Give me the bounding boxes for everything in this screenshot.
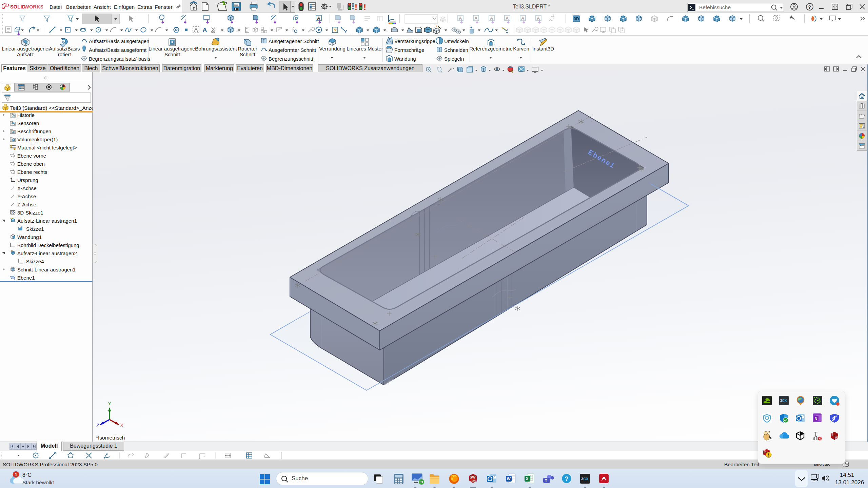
svg-text:Stark bewölkt: Stark bewölkt: [22, 480, 54, 485]
svg-text:?: ?: [565, 475, 569, 482]
svg-text:!: !: [768, 452, 769, 458]
svg-text:A: A: [202, 26, 207, 34]
svg-text:3D: 3D: [574, 17, 579, 21]
svg-text:*Isometrisch: *Isometrisch: [96, 435, 125, 441]
svg-text:W: W: [835, 435, 838, 439]
svg-text:N: N: [815, 416, 817, 421]
svg-text:3CX: 3CX: [780, 399, 787, 403]
svg-text:WORKS: WORKS: [24, 4, 43, 9]
svg-text:W: W: [507, 476, 511, 481]
svg-text:2023: 2023: [472, 479, 478, 482]
svg-text:!: !: [342, 4, 344, 12]
svg-text:?: ?: [808, 4, 811, 10]
svg-text:SOLID: SOLID: [10, 4, 25, 9]
svg-text:Y: Y: [108, 401, 112, 406]
svg-text:1: 1: [15, 472, 17, 477]
svg-text:!: !: [355, 3, 357, 12]
svg-text:Z: Z: [96, 422, 99, 428]
svg-text:SW: SW: [470, 475, 476, 479]
svg-text:!: !: [363, 3, 366, 12]
svg-text:8°C: 8°C: [22, 472, 32, 478]
svg-text:3CX: 3CX: [581, 477, 589, 481]
svg-text:3D: 3D: [11, 211, 15, 214]
svg-text:X: X: [526, 476, 529, 481]
svg-text:X: X: [120, 422, 123, 428]
svg-text:S: S: [764, 450, 766, 453]
svg-text:S: S: [831, 432, 833, 436]
svg-text:T: T: [545, 479, 547, 483]
svg-text:A: A: [12, 130, 15, 134]
